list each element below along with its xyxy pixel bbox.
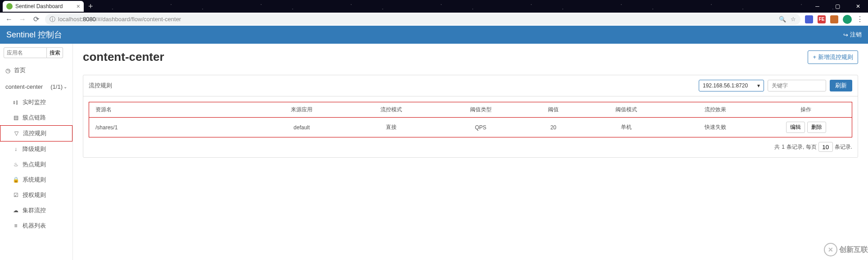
col-threshtype: 阈值类型 <box>436 102 525 118</box>
plus-icon: + <box>813 54 816 60</box>
watermark: ✕ 创新互联 <box>824 243 868 256</box>
cell-threshold: 20 <box>525 118 581 137</box>
table-row: /shares/1 default 直接 QPS 20 单机 快速失败 编辑 删… <box>89 118 852 137</box>
col-effect: 流控效果 <box>671 102 760 118</box>
list-icon: ≡ <box>13 223 19 229</box>
page-title: content-center <box>83 50 164 64</box>
extension-icons: FE ⋮ <box>805 15 863 24</box>
filter-icon: ▽ <box>13 130 19 137</box>
window-maximize-icon[interactable]: ▢ <box>827 0 848 13</box>
nav-reload-icon[interactable]: ⟳ <box>32 15 41 23</box>
cell-origin: default <box>257 118 347 137</box>
url-text: localhost:8080/#/dashboard/flow/content-… <box>58 16 776 23</box>
page-size-input[interactable] <box>818 142 833 152</box>
col-origin: 来源应用 <box>257 102 347 118</box>
flow-rules-panel: 流控规则 192.168.56.1:8720 ▾ 刷新 资源名 来源应用 流控模… <box>83 75 858 158</box>
bookmark-icon[interactable]: ☆ <box>791 16 796 23</box>
link-icon: ▤ <box>13 114 19 121</box>
cell-threshtype: QPS <box>436 118 525 137</box>
nav-forward-icon[interactable]: → <box>18 15 27 23</box>
clock-icon: ◷ <box>5 67 10 74</box>
sidebar-home[interactable]: ◷ 首页 <box>0 62 72 79</box>
table-header-row: 资源名 来源应用 流控模式 阈值类型 阈值 阈值模式 流控效果 操作 <box>89 102 852 118</box>
sidebar-app-toggle[interactable]: content-center (1/1) ⌄ <box>0 79 72 95</box>
sidebar-item-cluster[interactable]: ▤簇点链路 <box>0 110 72 125</box>
app-title: Sentinel 控制台 <box>6 29 62 40</box>
pager: 共 1 条记录, 每页 条记录. <box>89 137 852 152</box>
sidebar-item-hotspot[interactable]: ♨热点规则 <box>0 157 72 172</box>
cell-effect: 快速失败 <box>671 118 760 137</box>
zoom-icon[interactable]: 🔍 <box>779 16 786 23</box>
check-icon: ☑ <box>13 192 19 198</box>
sidebar-item-clusterflow[interactable]: ☁集群流控 <box>0 203 72 218</box>
cell-actions: 编辑 删除 <box>760 118 852 137</box>
lock-icon: 🔒 <box>13 177 19 183</box>
col-actions: 操作 <box>760 102 852 118</box>
watermark-icon: ✕ <box>824 243 837 256</box>
profile-avatar[interactable] <box>843 15 852 24</box>
browser-tab[interactable]: Sentinel Dashboard × <box>3 1 84 12</box>
browser-menu-icon[interactable]: ⋮ <box>856 15 863 23</box>
sidebar-item-realtime[interactable]: ⫾⫿实时监控 <box>0 95 72 110</box>
col-resource: 资源名 <box>89 102 257 118</box>
delete-button[interactable]: 删除 <box>807 122 826 133</box>
sidebar-item-system[interactable]: 🔒系统规则 <box>0 172 72 187</box>
tab-favicon <box>6 3 13 9</box>
caret-down-icon: ▾ <box>757 82 760 89</box>
new-tab-icon[interactable]: + <box>88 2 93 11</box>
tab-close-icon[interactable]: × <box>77 3 80 10</box>
keyword-input[interactable] <box>768 80 826 91</box>
col-threshmode: 阈值模式 <box>581 102 671 118</box>
arrow-down-icon: ↓ <box>13 146 19 152</box>
refresh-button[interactable]: 刷新 <box>830 80 852 91</box>
edit-button[interactable]: 编辑 <box>786 122 805 133</box>
machine-select[interactable]: 192.168.56.1:8720 ▾ <box>699 80 764 91</box>
tab-title: Sentinel Dashboard <box>15 3 63 9</box>
sidebar-item-auth[interactable]: ☑授权规则 <box>0 187 72 203</box>
panel-body: 资源名 来源应用 流控模式 阈值类型 阈值 阈值模式 流控效果 操作 /shar <box>83 96 858 157</box>
fire-icon: ♨ <box>13 161 19 168</box>
add-flow-rule-button[interactable]: + 新增流控规则 <box>808 50 858 64</box>
cell-threshmode: 单机 <box>581 118 671 137</box>
chart-bar-icon: ⫾⫿ <box>13 99 19 105</box>
url-bar[interactable]: ⓘ localhost:8080/#/dashboard/flow/conten… <box>45 14 800 25</box>
tab-bar: Sentinel Dashboard × + ─ ▢ ✕ <box>0 0 868 13</box>
sidebar: 搜索 ◷ 首页 content-center (1/1) ⌄ ⫾⫿实时监控 ▤簇… <box>0 44 73 260</box>
panel-header: 流控规则 192.168.56.1:8720 ▾ 刷新 <box>83 75 858 96</box>
logout-icon: ↪ <box>843 32 848 38</box>
chevron-down-icon: ⌄ <box>63 84 67 89</box>
nav-back-icon[interactable]: ← <box>5 15 14 23</box>
main-content: content-center + 新增流控规则 流控规则 192.168.56.… <box>73 44 868 260</box>
browser-chrome: Sentinel Dashboard × + ─ ▢ ✕ ← → ⟳ ⓘ loc… <box>0 0 868 26</box>
window-controls: ─ ▢ ✕ <box>807 0 868 13</box>
panel-title: 流控规则 <box>89 82 695 90</box>
nav-bar: ← → ⟳ ⓘ localhost:8080/#/dashboard/flow/… <box>0 13 868 26</box>
sidebar-item-degrade[interactable]: ↓降级规则 <box>0 141 72 157</box>
window-close-icon[interactable]: ✕ <box>848 0 868 13</box>
logout-link[interactable]: ↪ 注销 <box>843 31 862 39</box>
app-search-button[interactable]: 搜索 <box>47 47 63 58</box>
app-header: Sentinel 控制台 ↪ 注销 <box>0 26 868 44</box>
site-info-icon[interactable]: ⓘ <box>50 15 55 23</box>
cell-mode: 直接 <box>346 118 436 137</box>
app-search-input[interactable] <box>4 47 47 58</box>
col-threshold: 阈值 <box>525 102 581 118</box>
sidebar-item-machines[interactable]: ≡机器列表 <box>0 218 72 233</box>
sidebar-item-flow[interactable]: ▽流控规则 <box>0 125 72 141</box>
col-mode: 流控模式 <box>346 102 436 118</box>
flow-rules-table: 资源名 来源应用 流控模式 阈值类型 阈值 阈值模式 流控效果 操作 /shar <box>89 102 852 137</box>
extension-icon-2[interactable]: FE <box>818 15 826 23</box>
window-minimize-icon[interactable]: ─ <box>807 0 827 13</box>
cloud-icon: ☁ <box>13 207 19 214</box>
extension-icon-3[interactable] <box>830 15 838 23</box>
cell-resource: /shares/1 <box>89 118 257 137</box>
sidebar-search: 搜索 <box>0 44 72 62</box>
url-actions: 🔍 ☆ <box>779 16 796 23</box>
extension-icon-1[interactable] <box>805 15 813 23</box>
